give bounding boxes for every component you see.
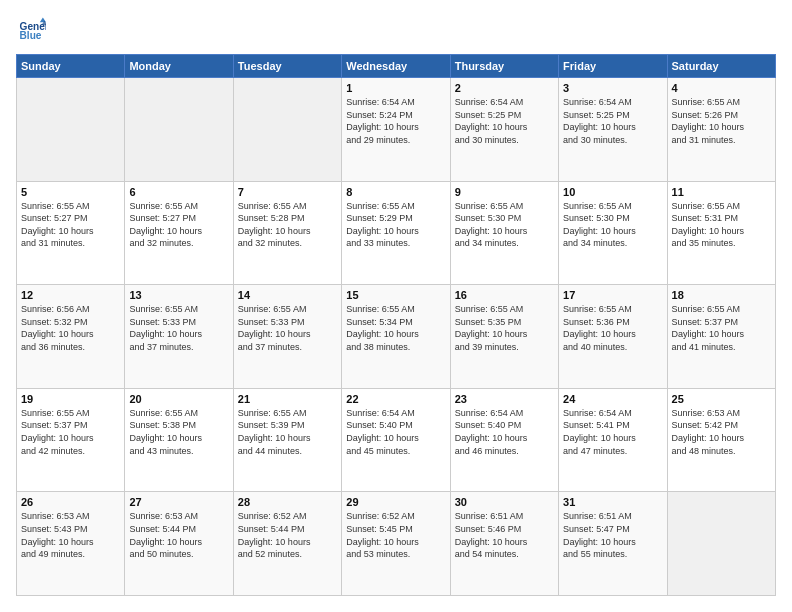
day-number: 13 <box>129 289 228 301</box>
day-info: Sunrise: 6:55 AM Sunset: 5:30 PM Dayligh… <box>563 200 662 250</box>
calendar-body: 1Sunrise: 6:54 AM Sunset: 5:24 PM Daylig… <box>17 78 776 596</box>
day-info: Sunrise: 6:55 AM Sunset: 5:27 PM Dayligh… <box>21 200 120 250</box>
day-cell: 25Sunrise: 6:53 AM Sunset: 5:42 PM Dayli… <box>667 388 775 492</box>
day-info: Sunrise: 6:55 AM Sunset: 5:35 PM Dayligh… <box>455 303 554 353</box>
day-number: 26 <box>21 496 120 508</box>
day-number: 20 <box>129 393 228 405</box>
day-cell: 26Sunrise: 6:53 AM Sunset: 5:43 PM Dayli… <box>17 492 125 596</box>
day-cell: 14Sunrise: 6:55 AM Sunset: 5:33 PM Dayli… <box>233 285 341 389</box>
calendar-table: SundayMondayTuesdayWednesdayThursdayFrid… <box>16 54 776 596</box>
day-cell: 15Sunrise: 6:55 AM Sunset: 5:34 PM Dayli… <box>342 285 450 389</box>
day-cell: 27Sunrise: 6:53 AM Sunset: 5:44 PM Dayli… <box>125 492 233 596</box>
day-number: 19 <box>21 393 120 405</box>
day-info: Sunrise: 6:56 AM Sunset: 5:32 PM Dayligh… <box>21 303 120 353</box>
week-row-2: 5Sunrise: 6:55 AM Sunset: 5:27 PM Daylig… <box>17 181 776 285</box>
day-cell <box>125 78 233 182</box>
day-cell: 8Sunrise: 6:55 AM Sunset: 5:29 PM Daylig… <box>342 181 450 285</box>
day-number: 7 <box>238 186 337 198</box>
day-info: Sunrise: 6:55 AM Sunset: 5:39 PM Dayligh… <box>238 407 337 457</box>
day-info: Sunrise: 6:55 AM Sunset: 5:34 PM Dayligh… <box>346 303 445 353</box>
day-cell: 3Sunrise: 6:54 AM Sunset: 5:25 PM Daylig… <box>559 78 667 182</box>
weekday-header-saturday: Saturday <box>667 55 775 78</box>
day-number: 6 <box>129 186 228 198</box>
day-number: 5 <box>21 186 120 198</box>
day-cell: 18Sunrise: 6:55 AM Sunset: 5:37 PM Dayli… <box>667 285 775 389</box>
day-number: 25 <box>672 393 771 405</box>
day-info: Sunrise: 6:55 AM Sunset: 5:31 PM Dayligh… <box>672 200 771 250</box>
day-info: Sunrise: 6:55 AM Sunset: 5:38 PM Dayligh… <box>129 407 228 457</box>
calendar-header: SundayMondayTuesdayWednesdayThursdayFrid… <box>17 55 776 78</box>
day-number: 10 <box>563 186 662 198</box>
day-info: Sunrise: 6:55 AM Sunset: 5:37 PM Dayligh… <box>21 407 120 457</box>
day-cell: 2Sunrise: 6:54 AM Sunset: 5:25 PM Daylig… <box>450 78 558 182</box>
logo: General Blue <box>16 16 50 44</box>
day-cell <box>233 78 341 182</box>
day-cell: 10Sunrise: 6:55 AM Sunset: 5:30 PM Dayli… <box>559 181 667 285</box>
day-cell: 28Sunrise: 6:52 AM Sunset: 5:44 PM Dayli… <box>233 492 341 596</box>
day-info: Sunrise: 6:54 AM Sunset: 5:41 PM Dayligh… <box>563 407 662 457</box>
day-cell: 17Sunrise: 6:55 AM Sunset: 5:36 PM Dayli… <box>559 285 667 389</box>
day-info: Sunrise: 6:54 AM Sunset: 5:24 PM Dayligh… <box>346 96 445 146</box>
day-info: Sunrise: 6:55 AM Sunset: 5:37 PM Dayligh… <box>672 303 771 353</box>
day-info: Sunrise: 6:55 AM Sunset: 5:29 PM Dayligh… <box>346 200 445 250</box>
day-cell: 5Sunrise: 6:55 AM Sunset: 5:27 PM Daylig… <box>17 181 125 285</box>
day-cell: 9Sunrise: 6:55 AM Sunset: 5:30 PM Daylig… <box>450 181 558 285</box>
day-number: 16 <box>455 289 554 301</box>
day-number: 30 <box>455 496 554 508</box>
day-number: 9 <box>455 186 554 198</box>
day-number: 3 <box>563 82 662 94</box>
svg-text:Blue: Blue <box>20 30 42 41</box>
weekday-header-friday: Friday <box>559 55 667 78</box>
day-info: Sunrise: 6:53 AM Sunset: 5:43 PM Dayligh… <box>21 510 120 560</box>
day-cell <box>667 492 775 596</box>
day-number: 1 <box>346 82 445 94</box>
day-cell: 22Sunrise: 6:54 AM Sunset: 5:40 PM Dayli… <box>342 388 450 492</box>
day-cell <box>17 78 125 182</box>
day-info: Sunrise: 6:52 AM Sunset: 5:45 PM Dayligh… <box>346 510 445 560</box>
calendar-page: General Blue SundayMondayTuesdayWednesda… <box>0 0 792 612</box>
day-cell: 30Sunrise: 6:51 AM Sunset: 5:46 PM Dayli… <box>450 492 558 596</box>
day-cell: 20Sunrise: 6:55 AM Sunset: 5:38 PM Dayli… <box>125 388 233 492</box>
day-number: 11 <box>672 186 771 198</box>
day-number: 15 <box>346 289 445 301</box>
day-info: Sunrise: 6:53 AM Sunset: 5:44 PM Dayligh… <box>129 510 228 560</box>
weekday-header-wednesday: Wednesday <box>342 55 450 78</box>
day-number: 29 <box>346 496 445 508</box>
day-number: 8 <box>346 186 445 198</box>
day-info: Sunrise: 6:53 AM Sunset: 5:42 PM Dayligh… <box>672 407 771 457</box>
day-number: 14 <box>238 289 337 301</box>
weekday-header-monday: Monday <box>125 55 233 78</box>
day-cell: 21Sunrise: 6:55 AM Sunset: 5:39 PM Dayli… <box>233 388 341 492</box>
day-number: 24 <box>563 393 662 405</box>
day-cell: 6Sunrise: 6:55 AM Sunset: 5:27 PM Daylig… <box>125 181 233 285</box>
day-info: Sunrise: 6:54 AM Sunset: 5:25 PM Dayligh… <box>563 96 662 146</box>
svg-marker-2 <box>40 18 46 23</box>
day-info: Sunrise: 6:54 AM Sunset: 5:25 PM Dayligh… <box>455 96 554 146</box>
day-number: 2 <box>455 82 554 94</box>
day-number: 21 <box>238 393 337 405</box>
day-number: 27 <box>129 496 228 508</box>
week-row-3: 12Sunrise: 6:56 AM Sunset: 5:32 PM Dayli… <box>17 285 776 389</box>
day-cell: 19Sunrise: 6:55 AM Sunset: 5:37 PM Dayli… <box>17 388 125 492</box>
day-number: 12 <box>21 289 120 301</box>
day-number: 17 <box>563 289 662 301</box>
weekday-header-thursday: Thursday <box>450 55 558 78</box>
day-info: Sunrise: 6:55 AM Sunset: 5:27 PM Dayligh… <box>129 200 228 250</box>
header: General Blue <box>16 16 776 44</box>
day-cell: 29Sunrise: 6:52 AM Sunset: 5:45 PM Dayli… <box>342 492 450 596</box>
weekday-header-sunday: Sunday <box>17 55 125 78</box>
day-info: Sunrise: 6:55 AM Sunset: 5:28 PM Dayligh… <box>238 200 337 250</box>
day-number: 31 <box>563 496 662 508</box>
day-number: 22 <box>346 393 445 405</box>
day-info: Sunrise: 6:54 AM Sunset: 5:40 PM Dayligh… <box>346 407 445 457</box>
week-row-1: 1Sunrise: 6:54 AM Sunset: 5:24 PM Daylig… <box>17 78 776 182</box>
day-info: Sunrise: 6:55 AM Sunset: 5:30 PM Dayligh… <box>455 200 554 250</box>
day-number: 18 <box>672 289 771 301</box>
day-cell: 23Sunrise: 6:54 AM Sunset: 5:40 PM Dayli… <box>450 388 558 492</box>
day-info: Sunrise: 6:52 AM Sunset: 5:44 PM Dayligh… <box>238 510 337 560</box>
day-number: 28 <box>238 496 337 508</box>
day-cell: 4Sunrise: 6:55 AM Sunset: 5:26 PM Daylig… <box>667 78 775 182</box>
day-cell: 7Sunrise: 6:55 AM Sunset: 5:28 PM Daylig… <box>233 181 341 285</box>
day-number: 23 <box>455 393 554 405</box>
day-cell: 12Sunrise: 6:56 AM Sunset: 5:32 PM Dayli… <box>17 285 125 389</box>
